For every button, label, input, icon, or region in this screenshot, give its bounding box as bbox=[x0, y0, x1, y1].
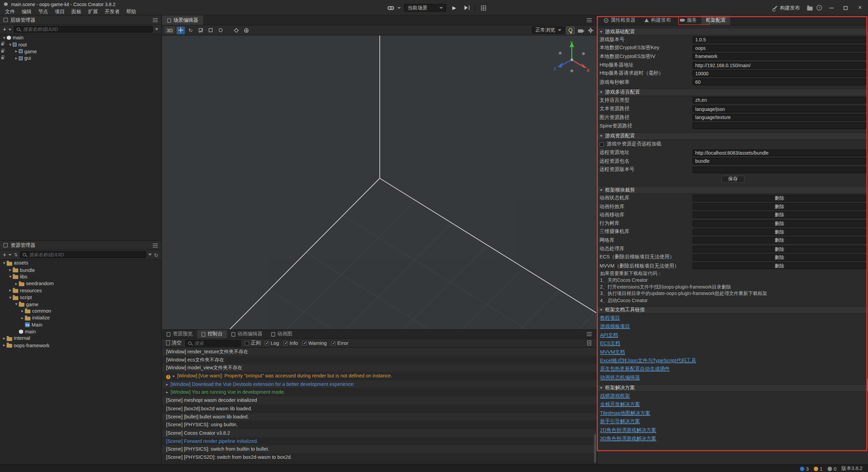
checkbox-Error[interactable] bbox=[331, 341, 336, 345]
tree-expand-arrow[interactable]: ▸ bbox=[2, 343, 7, 348]
delete-button-动态处理库[interactable]: 删除 bbox=[692, 245, 866, 252]
checkbox-Info[interactable] bbox=[283, 341, 288, 345]
log-row[interactable]: ▸[Window] You are running Vue in develop… bbox=[162, 388, 597, 396]
menu-item-文件[interactable]: 文件 bbox=[2, 8, 18, 16]
link-动画状态机编辑器[interactable]: 动画状态机编辑器 bbox=[600, 374, 640, 381]
field-input-本地数据CryptoES加密IV[interactable] bbox=[692, 53, 866, 60]
link-Excel格式转Json文件与TypeScript代码工具[interactable]: Excel格式转Json文件与TypeScript代码工具 bbox=[600, 357, 696, 364]
toggle-3d-button[interactable]: 3D bbox=[164, 26, 175, 34]
inspector-tab-属性检查器[interactable]: 属性检查器 bbox=[599, 16, 640, 25]
field-input-文本资源路径[interactable] bbox=[692, 105, 866, 112]
log-row[interactable]: [Scene] [box2d]:box2d wasm lib loaded. bbox=[162, 405, 597, 413]
filter-Info[interactable]: Info bbox=[283, 340, 298, 346]
tree-expand-arrow[interactable]: ▾ bbox=[8, 274, 13, 279]
view-mode-select[interactable]: 正常浏览 bbox=[532, 26, 565, 34]
axis-gizmo[interactable]: Y X Z bbox=[552, 39, 591, 77]
scale-tool-button[interactable] bbox=[196, 26, 204, 34]
menu-item-开发者[interactable]: 开发者 bbox=[101, 8, 123, 16]
error-counter[interactable]: 0 bbox=[828, 466, 836, 471]
tree-expand-arrow[interactable]: ▸ bbox=[8, 268, 13, 273]
delete-button-三维摄像机库[interactable]: 删除 bbox=[692, 229, 866, 235]
link-2D角色扮演游戏解决方案[interactable]: 2D角色扮演游戏解决方案 bbox=[600, 427, 656, 434]
add-asset-button[interactable]: + bbox=[3, 252, 6, 257]
open-project-folder-icon[interactable] bbox=[807, 6, 812, 10]
expand-arrow-icon[interactable]: ▸ bbox=[166, 390, 169, 395]
delete-button-动画特效库[interactable]: 删除 bbox=[692, 203, 866, 210]
scrollbar-thumb[interactable] bbox=[594, 434, 596, 463]
rect-tool-button[interactable] bbox=[206, 26, 215, 34]
menu-item-面板[interactable]: 面板 bbox=[68, 8, 85, 16]
tree-expand-arrow[interactable]: ▾ bbox=[14, 302, 19, 307]
log-row[interactable]: [Scene] [PHYSICS2D]: switch from box2d-w… bbox=[162, 453, 597, 461]
layout-button[interactable] bbox=[479, 3, 488, 12]
field-input-远程资源地址[interactable] bbox=[692, 150, 866, 156]
expand-arrow-icon[interactable]: ▸ bbox=[173, 374, 175, 379]
tree-row-seedrandom[interactable]: ▸seedrandom bbox=[0, 280, 161, 287]
step-button[interactable] bbox=[462, 3, 472, 12]
filter-Warning[interactable]: Warning bbox=[302, 340, 327, 346]
tree-row-resources[interactable]: ▸resources bbox=[0, 287, 161, 294]
console-scrollbar[interactable] bbox=[594, 348, 596, 463]
section-header-language[interactable]: ▾游戏多语言配置 bbox=[597, 88, 868, 96]
tree-row-main[interactable]: ▾main bbox=[0, 34, 161, 41]
tree-row-initialize[interactable]: ▸initialize bbox=[0, 315, 161, 321]
link-新手引导解决方案[interactable]: 新手引导解决方案 bbox=[600, 418, 640, 425]
lock-icon[interactable] bbox=[1, 50, 4, 53]
save-button[interactable]: 保存 bbox=[721, 175, 745, 182]
tree-expand-arrow[interactable]: ▸ bbox=[8, 288, 13, 293]
tree-row-gui[interactable]: ▸gui bbox=[0, 55, 161, 62]
section-header-modules[interactable]: ▾框架模块裁剪 bbox=[597, 186, 868, 194]
camera-settings-button[interactable] bbox=[576, 26, 585, 34]
pivot-toggle-button[interactable] bbox=[233, 26, 241, 34]
log-row[interactable]: [Scene] [bullet]:bullet wasm lib loaded. bbox=[162, 413, 597, 421]
warning-counter[interactable]: 1 bbox=[814, 466, 823, 471]
field-input-游戏每秒帧率[interactable] bbox=[692, 79, 866, 85]
filter-Log[interactable]: Log bbox=[264, 340, 279, 346]
delete-button-ECS（删除后模板项目无法使用）[interactable]: 删除 bbox=[692, 254, 866, 261]
menu-item-编辑[interactable]: 编辑 bbox=[18, 8, 35, 16]
console-tab-动画编辑器[interactable]: 动画编辑器 bbox=[227, 330, 267, 338]
field-input-Http服务器地址[interactable] bbox=[692, 62, 866, 68]
panel-menu-icon[interactable] bbox=[587, 334, 592, 334]
log-row[interactable]: [Window] model_view文件夹不存在 bbox=[162, 364, 597, 372]
gizmo-tool-button[interactable] bbox=[216, 26, 224, 34]
tree-expand-arrow[interactable]: ▸ bbox=[20, 315, 25, 320]
section-header-resource[interactable]: ▾游戏资源配置 bbox=[597, 132, 868, 140]
delete-button-动画移动库[interactable]: 删除 bbox=[692, 212, 866, 218]
tree-row-assets[interactable]: ▾assets bbox=[0, 260, 161, 267]
play-button[interactable] bbox=[450, 3, 459, 12]
tree-expand-arrow[interactable]: ▸ bbox=[14, 281, 19, 286]
tree-expand-arrow[interactable]: ▾ bbox=[8, 42, 13, 47]
menu-item-扩展[interactable]: 扩展 bbox=[85, 8, 101, 16]
link-原生包热更新配置自动生成插件[interactable]: 原生包热更新配置自动生成插件 bbox=[600, 366, 670, 373]
filter-icon[interactable] bbox=[149, 254, 152, 256]
hierarchy-search-input[interactable] bbox=[22, 26, 150, 33]
tree-expand-arrow[interactable]: ▾ bbox=[2, 35, 7, 40]
lock-icon[interactable] bbox=[1, 43, 4, 46]
inspector-scrollbar-thumb[interactable] bbox=[866, 379, 868, 391]
tree-row-libs[interactable]: ▾libs bbox=[0, 273, 161, 280]
field-input-图片资源路径[interactable] bbox=[692, 114, 866, 121]
tree-row-Main[interactable]: TSMain bbox=[0, 321, 161, 328]
inspector-tab-框架配置[interactable]: 框架配置 bbox=[702, 16, 730, 25]
move-tool-button[interactable] bbox=[177, 26, 185, 34]
log-row[interactable]: [Scene] [PHYSICS]: switch from builtin t… bbox=[162, 445, 597, 453]
minimize-button[interactable] bbox=[826, 3, 836, 13]
link-游戏模板项目[interactable]: 游戏模板项目 bbox=[600, 323, 630, 330]
inspector-tab-服务[interactable]: 服务 bbox=[675, 16, 702, 25]
assets-search-input[interactable] bbox=[28, 251, 143, 258]
tree-expand-arrow[interactable]: ▾ bbox=[2, 260, 7, 266]
add-asset-caret-icon[interactable] bbox=[8, 254, 12, 256]
field-input-游戏版本号[interactable] bbox=[692, 36, 866, 43]
section-header-docs[interactable]: ▾框架文档工具链接 bbox=[597, 306, 868, 314]
panel-menu-icon[interactable] bbox=[587, 20, 592, 21]
section-header-solutions[interactable]: ▾框架解决方案 bbox=[597, 384, 868, 392]
device-preview-icon[interactable] bbox=[388, 6, 394, 9]
link-ECS文档[interactable]: ECS文档 bbox=[600, 340, 620, 347]
link-战棋游戏框架[interactable]: 战棋游戏框架 bbox=[600, 393, 630, 400]
log-row[interactable]: ▸[Window] Download the Vue Devtools exte… bbox=[162, 380, 597, 388]
expand-arrow-icon[interactable]: ▸ bbox=[166, 382, 169, 387]
console-search-input[interactable] bbox=[193, 340, 238, 347]
checkbox-Warning[interactable] bbox=[302, 341, 307, 345]
link-MVVM文档[interactable]: MVVM文档 bbox=[600, 349, 625, 356]
